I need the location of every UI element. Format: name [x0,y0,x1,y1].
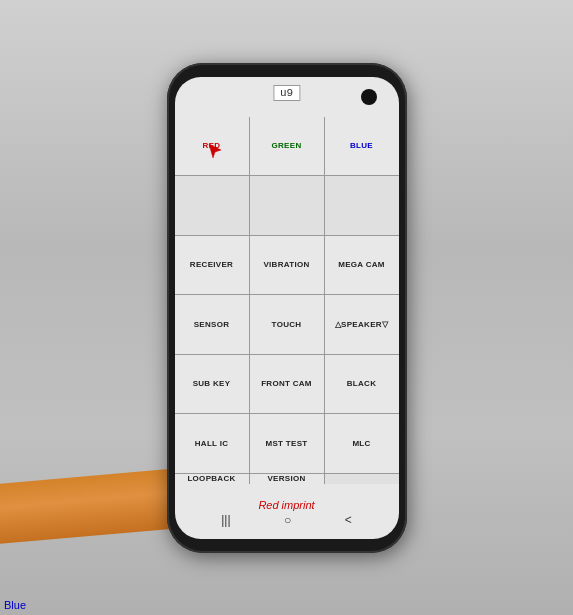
svg-marker-0 [209,144,221,158]
grid-cell-empty1[interactable] [175,176,249,235]
grid-cell-green[interactable]: GREEN [250,117,324,176]
grid-cell-mst-test[interactable]: MST TEST [250,414,324,473]
bixby-button[interactable] [406,183,407,223]
grid-cell-touch[interactable]: TOUCH [250,295,324,354]
grid-cell-empty3[interactable] [325,176,399,235]
power-button[interactable] [167,228,168,258]
bottom-navigation: ||| ○ < [175,509,399,531]
back-button[interactable]: < [345,513,352,527]
grid-cell-vibration[interactable]: VIBRATION [250,236,324,295]
blue-label: Blue [4,599,26,611]
grid-cell-empty4[interactable] [325,474,399,484]
front-camera-hole [361,89,377,105]
test-button-grid: REDGREENBLUERECEIVERVIBRATIONMEGA CAMSEN… [175,117,399,484]
grid-cell-version[interactable]: VERSION [250,474,324,484]
recent-apps-button[interactable]: ||| [221,513,230,527]
grid-cell-speaker[interactable]: △SPEAKER▽ [325,295,399,354]
phone: u9 REDGREENBLUERECEIVERVIBRATIONMEGA CAM… [167,63,407,553]
home-button[interactable]: ○ [284,513,291,527]
grid-cell-blue[interactable]: BLUE [325,117,399,176]
grid-cell-loopback[interactable]: LOOPBACK [175,474,249,484]
grid-cell-black[interactable]: BLACK [325,355,399,414]
grid-cell-mega-cam[interactable]: MEGA CAM [325,236,399,295]
grid-cell-hall-ic[interactable]: HALL IC [175,414,249,473]
handwritten-label: u9 [273,85,300,101]
grid-cell-empty2[interactable] [250,176,324,235]
grid-cell-sub-key[interactable]: SUB KEY [175,355,249,414]
grid-cell-mlc[interactable]: MLC [325,414,399,473]
screen: u9 REDGREENBLUERECEIVERVIBRATIONMEGA CAM… [175,77,399,539]
grid-cell-front-cam[interactable]: FRONT CAM [250,355,324,414]
volume-button[interactable] [167,163,168,213]
grid-cell-sensor[interactable]: SENSOR [175,295,249,354]
grid-cell-receiver[interactable]: RECEIVER [175,236,249,295]
